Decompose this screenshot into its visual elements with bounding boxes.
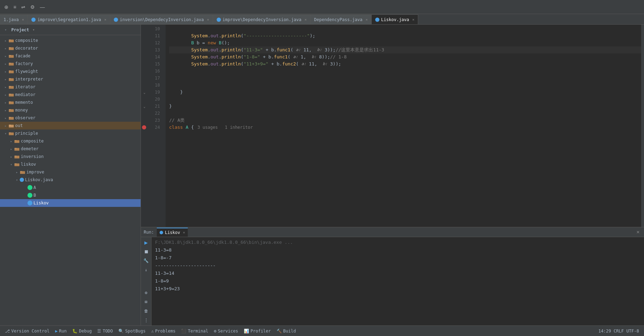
- run-layout-icon[interactable]: ⊞: [142, 298, 150, 306]
- sidebar-item-money[interactable]: money: [0, 106, 141, 114]
- status-profiler[interactable]: 📊 Profiler: [242, 327, 273, 335]
- folder-icon: [8, 53, 14, 58]
- code-editor[interactable]: System.out.println("--------------------…: [166, 25, 641, 227]
- line-num: 16: [148, 68, 163, 75]
- fold-icon[interactable]: ⌄: [141, 103, 148, 110]
- run-tab-liskov[interactable]: Liskov ✕: [157, 228, 188, 237]
- sidebar-item-iterator[interactable]: iterator: [0, 83, 141, 91]
- run-filter-icon[interactable]: ⚙: [142, 289, 150, 297]
- minimize-icon[interactable]: —: [38, 4, 46, 11]
- sidebar-item-interpreter[interactable]: interpreter: [0, 75, 141, 83]
- item-label: demeter: [21, 146, 39, 151]
- globe-icon: [114, 18, 118, 22]
- structure-icon[interactable]: ⊕: [3, 4, 10, 11]
- sidebar-item-observer[interactable]: observer: [0, 114, 141, 122]
- run-play-icon[interactable]: ▶: [142, 239, 150, 246]
- sidebar-item-facade[interactable]: facade: [0, 52, 141, 60]
- tab-dependency-inversion[interactable]: inversion\DependecyInversion.java ✕: [110, 14, 213, 24]
- svg-rect-17: [9, 101, 11, 102]
- status-debug[interactable]: 🐛 Debug: [70, 327, 94, 335]
- run-scroll-icon[interactable]: ↓: [142, 266, 150, 274]
- run-stop-icon[interactable]: ⏹: [142, 248, 150, 255]
- fold-icon[interactable]: ⌄: [141, 89, 148, 96]
- run-output[interactable]: F:\JDK1.8\jdk1.8.0_66\jdk1.8.0_66\bin\ja…: [151, 237, 644, 325]
- item-label: B: [33, 193, 36, 198]
- sidebar-item-improve[interactable]: improve: [0, 168, 141, 176]
- sidebar-item-mediator[interactable]: mediator: [0, 91, 141, 99]
- close-icon[interactable]: ✕: [207, 18, 209, 21]
- gutter-cell: [141, 25, 148, 32]
- tab-label: inversion\DependecyInversion.java: [120, 17, 204, 22]
- run-trash-icon[interactable]: 🗑: [142, 307, 150, 315]
- status-todo-label: TODO: [103, 329, 113, 334]
- sidebar-item-liskov[interactable]: liskov: [0, 160, 141, 168]
- run-panel: Run: Liskov ✕ ✕ ▶ ⏹ 🔧 ↓ ⚙ ⊞: [141, 227, 644, 325]
- status-build[interactable]: 🔨 Build: [274, 327, 298, 335]
- sidebar-item-liskov-class[interactable]: Liskov: [0, 199, 141, 207]
- status-services-label: Services: [218, 329, 238, 334]
- close-icon[interactable]: ✕: [304, 18, 306, 21]
- run-wrench-icon[interactable]: 🔧: [142, 257, 150, 265]
- code-line-11: System.out.println("--------------------…: [169, 32, 641, 39]
- run-panel-close-icon[interactable]: ✕: [635, 229, 641, 235]
- folder-icon: [8, 84, 14, 89]
- sidebar-item-A[interactable]: A: [0, 184, 141, 191]
- status-spotbugs[interactable]: 🔍 SpotBugs: [116, 327, 148, 335]
- code-line-13: System.out.println("11-3=" + b.func1( a:…: [169, 46, 641, 53]
- sidebar-item-memento[interactable]: memento: [0, 99, 141, 106]
- folder-icon: [8, 131, 14, 136]
- sidebar-item-inversion[interactable]: inversion: [0, 153, 141, 160]
- close-icon[interactable]: ✕: [366, 18, 368, 21]
- vertical-scrollbar[interactable]: [641, 25, 644, 227]
- sidebar-item-liskov-java[interactable]: Liskov.java: [0, 176, 141, 184]
- svg-rect-35: [20, 171, 22, 172]
- breakpoint-icon[interactable]: [141, 124, 148, 131]
- tab-dependencypass[interactable]: DependencyPass.java ✕: [311, 14, 372, 24]
- top-toolbar: ⊕ ≡ ⇌ ⚙ —: [0, 0, 644, 14]
- tab-improve-dependency[interactable]: improve\DependecyInversion.java ✕: [213, 14, 311, 24]
- gutter-cell: [141, 68, 148, 75]
- svg-rect-31: [14, 156, 17, 157]
- sync-icon[interactable]: ⇌: [20, 4, 27, 11]
- run-more-icon[interactable]: ⋮: [142, 316, 150, 324]
- status-version-control[interactable]: ⎇ Version Control: [3, 327, 51, 335]
- sidebar-item-factory[interactable]: factory: [0, 60, 141, 68]
- arrow-icon: [3, 116, 8, 120]
- tab-label: 1.java: [4, 17, 19, 22]
- tab-1java[interactable]: 1.java ✕: [0, 14, 28, 24]
- status-todo[interactable]: ☰ TODO: [95, 327, 115, 335]
- sidebar-item-demeter[interactable]: demeter: [0, 145, 141, 153]
- globe-icon: [217, 18, 221, 22]
- code-line-15: System.out.println("11+3+9=" + b.func2( …: [169, 61, 641, 68]
- close-icon[interactable]: ✕: [412, 18, 414, 21]
- folder-icon: [8, 108, 14, 113]
- sidebar-expand-icon[interactable]: [3, 28, 8, 32]
- settings-icon[interactable]: ⚙: [29, 4, 36, 11]
- close-icon[interactable]: ✕: [104, 18, 106, 21]
- line-num: 11: [148, 32, 163, 39]
- status-run[interactable]: ▶ Run: [53, 327, 69, 335]
- sidebar-item-flyweight[interactable]: flyweight: [0, 68, 141, 75]
- sidebar-header: Project ▾: [0, 25, 141, 35]
- sidebar-item-composite-2[interactable]: composite: [0, 137, 141, 145]
- run-close-icon[interactable]: ✕: [183, 230, 185, 234]
- sidebar-item-out[interactable]: out: [0, 122, 141, 129]
- sidebar-item-composite[interactable]: composite: [0, 37, 141, 44]
- gutter-cell: [141, 39, 148, 46]
- sidebar-item-decorator[interactable]: decorator: [0, 44, 141, 52]
- status-problems[interactable]: ⚠ Problems: [149, 327, 178, 335]
- sidebar-item-principle[interactable]: principle: [0, 129, 141, 137]
- editor-area: ⌄ ⌄ 10 11 12 13 14 15: [141, 25, 644, 325]
- tab-segregation1[interactable]: improve\Segregation1.java ✕: [28, 14, 110, 24]
- sidebar-item-B[interactable]: B: [0, 191, 141, 199]
- list-icon[interactable]: ≡: [12, 4, 18, 11]
- output-line-1: 11-3=8: [155, 246, 640, 254]
- status-services[interactable]: ⚙ Services: [212, 327, 240, 335]
- code-line-21: }: [169, 103, 641, 110]
- tab-liskov[interactable]: Liskov.java ✕: [372, 14, 419, 24]
- status-terminal[interactable]: ⬛ Terminal: [179, 327, 210, 335]
- arrow-icon: [8, 139, 14, 143]
- git-icon: ⎇: [5, 329, 10, 334]
- close-icon[interactable]: ✕: [22, 18, 24, 21]
- build-icon: 🔨: [277, 329, 282, 334]
